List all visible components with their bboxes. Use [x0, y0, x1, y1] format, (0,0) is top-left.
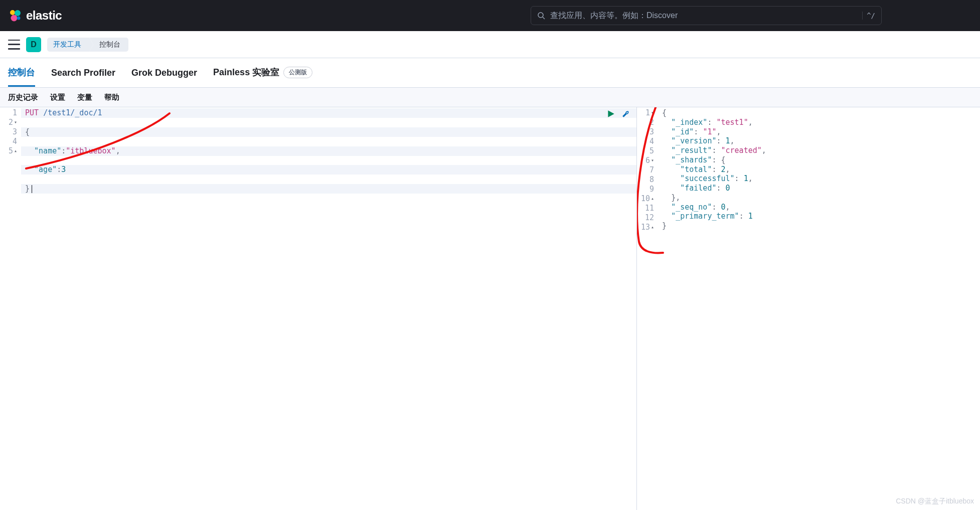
request-editor[interactable]: 12 ▾345 ▴ PUT /test1/_doc/1 { "name":"it…: [0, 107, 637, 510]
watermark: CSDN @蓝盒子itbluebox: [896, 497, 974, 506]
editor-area: 12 ▾345 ▴ PUT /test1/_doc/1 { "name":"it…: [0, 107, 980, 510]
breadcrumb-item[interactable]: 开发工具: [47, 38, 89, 52]
tab-console[interactable]: 控制台: [8, 60, 35, 87]
beta-badge: 公测版: [283, 67, 312, 78]
global-search: ^/: [531, 6, 882, 25]
nav-toggle-button[interactable]: [8, 40, 20, 50]
console-toolbar: 历史记录 设置 变量 帮助: [0, 87, 980, 107]
svg-point-2: [11, 15, 18, 22]
sub-header: D 开发工具 控制台: [0, 31, 980, 58]
breadcrumb: 开发工具 控制台: [47, 38, 128, 52]
tab-search-profiler[interactable]: Search Profiler: [51, 62, 115, 87]
search-shortcut-hint: ^/: [862, 12, 875, 20]
space-selector[interactable]: D: [26, 37, 41, 52]
line-gutter: 12 ▾345 ▴: [0, 107, 21, 510]
response-code: { "_index": "test1", "_id": "1", "_versi…: [658, 107, 980, 510]
tool-history[interactable]: 历史记录: [8, 93, 38, 102]
svg-point-3: [17, 17, 21, 20]
svg-point-4: [538, 13, 543, 18]
breadcrumb-item[interactable]: 控制台: [89, 38, 128, 52]
search-box[interactable]: ^/: [531, 6, 882, 25]
tabs-bar: 控制台 Search Profiler Grok Debugger Painle…: [0, 58, 980, 87]
response-viewer: 1 ▾23456 ▾78910 ▴111213 ▴ { "_index": "t…: [637, 107, 980, 510]
svg-line-5: [543, 17, 545, 19]
tool-help[interactable]: 帮助: [104, 93, 119, 102]
search-icon: [537, 12, 545, 20]
tab-grok-debugger[interactable]: Grok Debugger: [131, 62, 197, 87]
wrench-icon[interactable]: [621, 109, 630, 118]
brand-logo[interactable]: elastic: [8, 9, 62, 23]
request-code[interactable]: PUT /test1/_doc/1 { "name":"itbluebox", …: [21, 107, 636, 510]
run-request-icon[interactable]: [606, 109, 615, 118]
search-input[interactable]: [550, 11, 857, 20]
svg-marker-6: [608, 110, 614, 117]
tool-variables[interactable]: 变量: [77, 93, 92, 102]
tool-settings[interactable]: 设置: [50, 93, 65, 102]
line-gutter: 1 ▾23456 ▾78910 ▴111213 ▴: [637, 107, 658, 510]
elastic-logo-icon: [8, 9, 22, 23]
tab-painless-lab[interactable]: Painless 实验室 公测版: [213, 60, 312, 87]
brand-name: elastic: [26, 9, 62, 23]
svg-point-0: [10, 10, 15, 15]
top-header: elastic ^/: [0, 0, 980, 31]
